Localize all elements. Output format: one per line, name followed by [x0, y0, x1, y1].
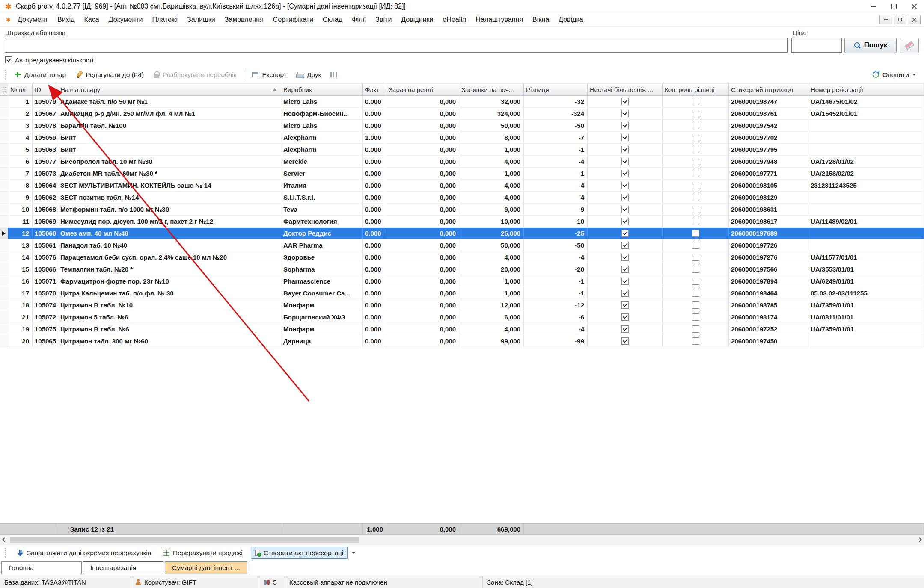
autoedit-checkbox[interactable] — [5, 56, 12, 63]
control-checkbox[interactable] — [692, 134, 699, 141]
control-checkbox[interactable] — [692, 230, 699, 237]
table-row[interactable]: 17105070Цитра Кальцемин таб. п/о фл. № 3… — [0, 287, 924, 299]
table-row[interactable]: 11105069Нимесулид пор. д/сусп. 100 мг/2 … — [0, 216, 924, 228]
create-regrade-act-button[interactable]: Створити акт пересортиці — [251, 547, 348, 559]
table-row[interactable]: 19105075Цитрамон В табл. №6Монфарм0.0000… — [0, 323, 924, 335]
shortage-checkbox[interactable] — [621, 158, 629, 165]
control-checkbox[interactable] — [692, 182, 699, 189]
menu-item[interactable]: Філії — [347, 13, 371, 26]
column-header-id[interactable]: ID — [33, 84, 58, 95]
table-row[interactable]: 13105061Панадол таб. 10 №40AAR Pharma0.0… — [0, 239, 924, 251]
shortage-checkbox[interactable] — [621, 325, 629, 333]
search-button[interactable]: Пошук — [844, 38, 897, 53]
print-button[interactable]: Друк — [292, 69, 325, 81]
table-row[interactable]: 20105065Цитрамон табл. 300 мг №60Дарница… — [0, 335, 924, 347]
shortage-checkbox[interactable] — [621, 194, 629, 201]
control-checkbox[interactable] — [692, 206, 699, 213]
table-row[interactable]: 15105066Темпалгин табл. №20 *Sopharma0.0… — [0, 263, 924, 275]
table-row[interactable]: 4105059БинтAlexpharm1.0000,0008,000-7206… — [0, 132, 924, 144]
scrollbar-thumb[interactable] — [10, 537, 359, 543]
control-checkbox[interactable] — [692, 313, 699, 321]
table-row[interactable]: 16105071Фармацитрон форте пор. 23г №10Ph… — [0, 275, 924, 287]
menu-item[interactable]: Каса — [79, 13, 104, 26]
control-checkbox[interactable] — [692, 278, 699, 285]
menu-item[interactable]: Замовлення — [220, 13, 268, 26]
child-close-button[interactable] — [908, 15, 921, 24]
price-input[interactable] — [791, 38, 842, 53]
shortage-checkbox[interactable] — [621, 182, 629, 189]
close-button[interactable] — [904, 0, 924, 12]
control-checkbox[interactable] — [692, 146, 699, 153]
table-row[interactable]: 10105068Метформин табл. п/о 1000 мг №30T… — [0, 204, 924, 216]
clear-button[interactable] — [900, 38, 919, 53]
column-header-reg[interactable]: Номер регістрації — [808, 84, 924, 95]
table-row[interactable]: 3105078Баралгін табл. №100Micro Labs0.00… — [0, 120, 924, 132]
columns-button[interactable] — [327, 70, 341, 80]
create-act-dropdown-icon[interactable] — [352, 552, 355, 554]
control-checkbox[interactable] — [692, 158, 699, 165]
menu-item[interactable]: Документи — [104, 13, 148, 26]
control-checkbox[interactable] — [692, 98, 699, 105]
shortage-checkbox[interactable] — [621, 278, 629, 285]
recalculate-sales-button[interactable]: Перерахувати продажі — [159, 547, 247, 558]
shortage-checkbox[interactable] — [621, 218, 629, 225]
menu-item[interactable]: Залишки — [182, 13, 220, 26]
refresh-dropdown-icon[interactable] — [912, 74, 916, 76]
column-header-sticker[interactable]: Стикерний штрихкод — [729, 84, 808, 95]
shortage-checkbox[interactable] — [621, 242, 629, 249]
column-header-fact[interactable]: Факт — [363, 84, 386, 95]
table-row[interactable]: 6105077Бисопролол табл. 10 мг №30Merckle… — [0, 156, 924, 168]
table-row[interactable]: 21105072Цитрамон 5 табл. №6Борщаговский … — [0, 311, 924, 323]
table-row[interactable]: 14105076Парацетамол беби сусп. орал. 2,4… — [0, 251, 924, 263]
scroll-left-icon[interactable] — [2, 537, 7, 542]
control-checkbox[interactable] — [692, 325, 699, 333]
column-header-manufacturer[interactable]: Виробник — [281, 84, 363, 95]
menu-item[interactable]: Сертифікати — [268, 13, 318, 26]
edit-button[interactable]: Редагувати до (F4) — [71, 69, 148, 81]
shortage-checkbox[interactable] — [621, 230, 629, 237]
column-header-name[interactable]: Назва товару — [58, 84, 281, 95]
shortage-checkbox[interactable] — [621, 266, 629, 273]
add-product-button[interactable]: Додати товар — [11, 69, 70, 81]
load-recounts-button[interactable]: Завантажити дані окремих перерахунків — [13, 547, 155, 558]
menu-item[interactable]: Довідники — [396, 13, 438, 26]
table-row[interactable]: 12105060Омез амп. 40 мл №40Доктор Реддис… — [0, 228, 924, 239]
shortage-checkbox[interactable] — [621, 122, 629, 129]
shortage-checkbox[interactable] — [621, 110, 629, 117]
tab-inventory[interactable]: Інвентаризація — [83, 561, 163, 574]
table-row[interactable]: 2105067Амикацид р-р д/ин. 250 мг/мл фл. … — [0, 108, 924, 120]
child-minimize-button[interactable] — [879, 15, 892, 24]
column-header-start[interactable]: Залишки на поч... — [459, 84, 524, 95]
column-header-diff[interactable]: Різниця — [524, 84, 588, 95]
control-checkbox[interactable] — [692, 301, 699, 309]
column-header-now[interactable]: Зараз на решті — [386, 84, 459, 95]
table-row[interactable]: 5105063БинтAlexpharm0.0000,0001,000-1206… — [0, 144, 924, 156]
shortage-checkbox[interactable] — [621, 290, 629, 297]
control-checkbox[interactable] — [692, 266, 699, 273]
menu-item[interactable]: eHealth — [438, 13, 471, 26]
column-header-num[interactable]: № п/п — [8, 84, 33, 95]
shortage-checkbox[interactable] — [621, 337, 629, 345]
horizontal-scrollbar[interactable] — [0, 535, 924, 545]
shortage-checkbox[interactable] — [621, 134, 629, 141]
menu-item[interactable]: Вікна — [528, 13, 554, 26]
table-row[interactable]: 1105079Адамакс табл. п/о 50 мг №1Micro L… — [0, 96, 924, 108]
scroll-right-icon[interactable] — [917, 537, 921, 542]
control-checkbox[interactable] — [692, 194, 699, 201]
menu-item[interactable]: Склад — [318, 13, 347, 26]
shortage-checkbox[interactable] — [621, 313, 629, 321]
control-checkbox[interactable] — [692, 122, 699, 129]
minimize-button[interactable] — [864, 0, 884, 12]
control-checkbox[interactable] — [692, 337, 699, 345]
control-checkbox[interactable] — [692, 290, 699, 297]
table-row[interactable]: 18105074Цитрамон В табл. №10Монфарм0.000… — [0, 299, 924, 311]
export-button[interactable]: Експорт — [248, 69, 290, 81]
control-checkbox[interactable] — [692, 110, 699, 117]
table-row[interactable]: 9105062ЗЕСТ позитив табл. №14S.I.I.T.S.r… — [0, 192, 924, 204]
menu-item[interactable]: Звіти — [371, 13, 396, 26]
menu-item[interactable]: Документ — [13, 13, 53, 26]
table-row[interactable]: 8105064ЗЕСТ МУЛЬТИВИТАМИН. КОКТЕЙЛЬ саше… — [0, 180, 924, 192]
control-checkbox[interactable] — [692, 254, 699, 261]
column-header-control[interactable]: Контроль різниці — [663, 84, 729, 95]
menu-item[interactable]: Платежі — [148, 13, 183, 26]
